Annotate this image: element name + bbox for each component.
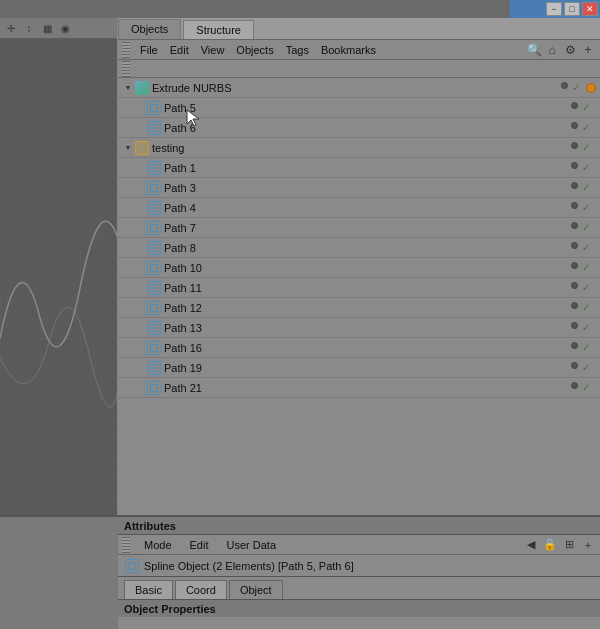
- attr-tab-basic[interactable]: Basic: [124, 580, 173, 599]
- list-item[interactable]: Path 1 ✓: [118, 158, 600, 178]
- expand-icon[interactable]: [134, 382, 146, 394]
- list-item[interactable]: Path 5 ✓: [118, 98, 600, 118]
- list-item[interactable]: Path 13 ✓: [118, 318, 600, 338]
- expand-icon[interactable]: [134, 182, 146, 194]
- expand-icon[interactable]: [134, 322, 146, 334]
- attr-tab-object[interactable]: Object: [229, 580, 283, 599]
- list-item[interactable]: Path 8 ✓: [118, 238, 600, 258]
- expand-icon[interactable]: [134, 242, 146, 254]
- spline-type-icon: [146, 340, 162, 356]
- visibility-dot[interactable]: [571, 162, 578, 169]
- expand-icon[interactable]: [134, 302, 146, 314]
- menu-edit[interactable]: Edit: [164, 42, 195, 58]
- attr-icons: ◀ 🔒 ⊞ +: [523, 537, 596, 553]
- expand-icon[interactable]: [134, 262, 146, 274]
- visibility-dot[interactable]: [561, 82, 568, 89]
- list-item[interactable]: testing ✓: [118, 138, 600, 158]
- viewport-grid: [0, 38, 117, 533]
- home-icon[interactable]: ⌂: [544, 42, 560, 58]
- expand-icon[interactable]: [134, 222, 146, 234]
- tab-structure[interactable]: Structure: [183, 20, 254, 39]
- visibility-dot[interactable]: [571, 182, 578, 189]
- attr-info-bar: Spline Object (2 Elements) [Path 5, Path…: [118, 555, 600, 577]
- attr-layers-icon[interactable]: ⊞: [561, 537, 577, 553]
- check-icon: ✓: [580, 202, 592, 213]
- item-dots: ✓: [571, 102, 592, 113]
- menu-view[interactable]: View: [195, 42, 231, 58]
- settings-icon[interactable]: ⚙: [562, 42, 578, 58]
- visibility-dot[interactable]: [571, 302, 578, 309]
- menu-bookmarks[interactable]: Bookmarks: [315, 42, 382, 58]
- minimize-button[interactable]: −: [546, 2, 562, 16]
- expand-icon[interactable]: [134, 102, 146, 114]
- check-icon: ✓: [580, 322, 592, 333]
- list-item[interactable]: Path 3 ✓: [118, 178, 600, 198]
- list-item[interactable]: Path 4 ✓: [118, 198, 600, 218]
- list-item[interactable]: Path 19 ✓: [118, 358, 600, 378]
- item-label: Path 6: [162, 122, 571, 134]
- expand-icon[interactable]: [122, 142, 134, 154]
- list-item[interactable]: Path 10 ✓: [118, 258, 600, 278]
- check-icon: ✓: [580, 162, 592, 173]
- visibility-dot[interactable]: [571, 122, 578, 129]
- visibility-dot[interactable]: [571, 242, 578, 249]
- add-icon[interactable]: +: [580, 42, 596, 58]
- item-dots: ✓: [571, 262, 592, 273]
- move-icon[interactable]: ✛: [4, 21, 18, 35]
- attr-tab-coord[interactable]: Coord: [175, 580, 227, 599]
- list-item[interactable]: Path 6 ✓: [118, 118, 600, 138]
- visibility-dot[interactable]: [571, 222, 578, 229]
- list-item[interactable]: Path 12 ✓: [118, 298, 600, 318]
- visibility-dot[interactable]: [571, 102, 578, 109]
- attr-menu-edit[interactable]: Edit: [182, 537, 217, 553]
- spline-type-icon: [146, 300, 162, 316]
- item-dots: ✓: [571, 302, 592, 313]
- attr-menu-mode[interactable]: Mode: [136, 537, 180, 553]
- maximize-button[interactable]: □: [564, 2, 580, 16]
- objects-list[interactable]: Extrude NURBS ✓ Path 5 ✓: [118, 60, 600, 533]
- expand-icon[interactable]: [134, 122, 146, 134]
- menu-icons: 🔍 ⌂ ⚙ +: [526, 42, 596, 58]
- expand-icon[interactable]: [134, 362, 146, 374]
- list-item[interactable]: Path 16 ✓: [118, 338, 600, 358]
- expand-icon[interactable]: [134, 162, 146, 174]
- expand-icon[interactable]: [134, 282, 146, 294]
- attr-menu-userdata[interactable]: User Data: [219, 537, 285, 553]
- attr-add-icon[interactable]: +: [580, 537, 596, 553]
- visibility-dot[interactable]: [571, 142, 578, 149]
- expand-icon[interactable]: [134, 342, 146, 354]
- visibility-dot[interactable]: [571, 202, 578, 209]
- list-item[interactable]: Path 11 ✓: [118, 278, 600, 298]
- spline-type-icon: [146, 160, 162, 176]
- close-button[interactable]: ✕: [582, 2, 598, 16]
- vertical-move-icon[interactable]: ↕: [22, 21, 36, 35]
- visibility-dot[interactable]: [571, 282, 578, 289]
- list-item[interactable]: Path 21 ✓: [118, 378, 600, 398]
- search-icon[interactable]: 🔍: [526, 42, 542, 58]
- expand-icon[interactable]: [134, 202, 146, 214]
- item-dots: ✓: [571, 202, 592, 213]
- menu-objects[interactable]: Objects: [230, 42, 279, 58]
- check-icon: ✓: [580, 262, 592, 273]
- attr-back-icon[interactable]: ◀: [523, 537, 539, 553]
- item-dots: ✓: [571, 282, 592, 293]
- visibility-dot[interactable]: [571, 382, 578, 389]
- render-icon[interactable]: ◉: [58, 21, 72, 35]
- visibility-dot[interactable]: [571, 342, 578, 349]
- expand-icon[interactable]: [122, 82, 134, 94]
- spline-type-icon: [146, 240, 162, 256]
- list-item[interactable]: Extrude NURBS ✓: [118, 78, 600, 98]
- camera-icon[interactable]: ▦: [40, 21, 54, 35]
- list-item[interactable]: Path 7 ✓: [118, 218, 600, 238]
- attributes-title: Attributes: [124, 520, 176, 532]
- item-label: Path 1: [162, 162, 571, 174]
- check-icon: ✓: [580, 342, 592, 353]
- visibility-dot[interactable]: [571, 322, 578, 329]
- visibility-dot[interactable]: [571, 362, 578, 369]
- menu-tags[interactable]: Tags: [280, 42, 315, 58]
- attr-lock-icon[interactable]: 🔒: [542, 537, 558, 553]
- tab-objects[interactable]: Objects: [118, 19, 181, 39]
- visibility-dot[interactable]: [571, 262, 578, 269]
- menu-file[interactable]: File: [134, 42, 164, 58]
- item-label: Path 19: [162, 362, 571, 374]
